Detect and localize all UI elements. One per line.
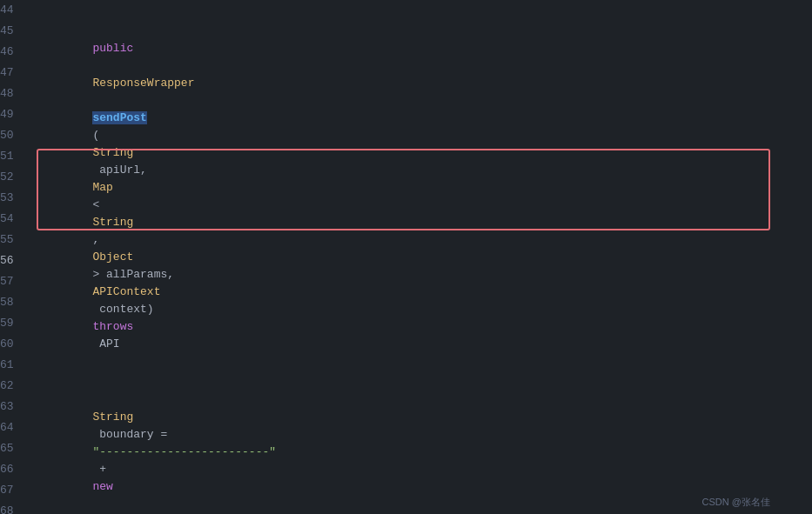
code-content: public ResponseWrapper sendPost ( String… (31, 0, 812, 514)
line-numbers: 44 45 46 47 48 49 50 51 52 53 54 55 56 5… (0, 0, 31, 514)
type-responsewrapper: ResponseWrapper (92, 77, 194, 90)
watermark: CSDN @张名佳 (702, 496, 770, 509)
code-line-45: public ResponseWrapper sendPost ( String… (31, 21, 812, 372)
keyword-throws: throws (92, 320, 133, 333)
method-sendpost: sendPost (92, 111, 146, 124)
code-editor: 44 45 46 47 48 49 50 51 52 53 54 55 56 5… (0, 0, 812, 514)
code-line-46: String boundary = "---------------------… (31, 372, 812, 514)
type-map: Map (92, 181, 112, 194)
type-string: String (92, 146, 133, 159)
keyword-public: public (92, 42, 133, 55)
code-line-44 (31, 0, 812, 21)
